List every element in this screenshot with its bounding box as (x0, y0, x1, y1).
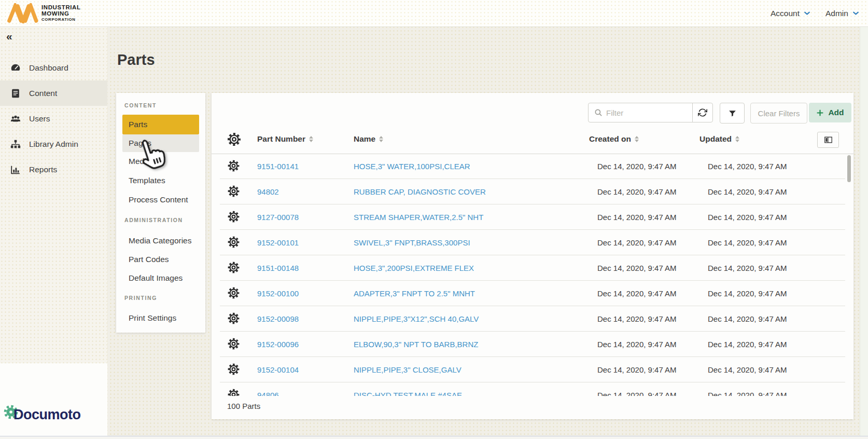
part-number-link[interactable]: 9152-00096 (257, 332, 299, 356)
column-header-name[interactable]: Name (354, 125, 383, 154)
sidebar-item-dashboard[interactable]: Dashboard (0, 55, 107, 80)
submenu-item-process-content[interactable]: Process Content (122, 190, 199, 209)
created-on-value: Dec 14, 2020, 9:47 AM (597, 281, 677, 306)
columns-icon (824, 136, 833, 144)
table-row: 9152-00096 ELBOW,90,3" NPT TO BARB,BRNZ … (220, 332, 845, 357)
top-bar: INDUSTRIAL MOWING CORPORATION Account Ad… (0, 0, 868, 27)
updated-value: Dec 14, 2020, 9:47 AM (708, 357, 787, 382)
part-name-link[interactable]: NIPPLE,PIPE,3" CLOSE,GALV (354, 357, 461, 382)
part-number-link[interactable]: 94806 (257, 382, 279, 396)
row-gear-button[interactable] (227, 362, 241, 376)
table-row: 94802 RUBBER CAP, DIAGNOSTIC COVER Dec 1… (220, 179, 845, 204)
chevron-down-icon (852, 9, 860, 17)
updated-value: Dec 14, 2020, 9:47 AM (708, 255, 787, 280)
updated-value: Dec 14, 2020, 9:47 AM (708, 332, 787, 356)
part-number-link[interactable]: 9151-00141 (257, 154, 299, 179)
browser-horizontal-scrollbar[interactable] (0, 436, 868, 439)
table-row: 9151-00141 HOSE,3" WATER,100PSI,CLEAR De… (220, 154, 845, 179)
users-icon (10, 113, 21, 125)
created-on-value: Dec 14, 2020, 9:47 AM (597, 179, 677, 204)
submenu-item-parts[interactable]: Parts (122, 115, 199, 134)
created-on-value: Dec 14, 2020, 9:47 AM (597, 230, 677, 255)
sort-icon (735, 136, 739, 142)
submenu-item-default-images[interactable]: Default Images (122, 269, 199, 287)
part-name-link[interactable]: SWIVEL,3" FNPT,BRASS,300PSI (354, 230, 470, 255)
part-name-link[interactable]: DISC-HYD TEST,MALE,#4SAE (354, 382, 462, 396)
sidebar-item-label: Library Admin (29, 140, 78, 149)
filter-group (588, 103, 713, 122)
part-name-link[interactable]: ADAPTER,3" FNPT TO 2.5" MNHT (354, 281, 475, 306)
row-gear-button[interactable] (227, 388, 241, 396)
part-name-link[interactable]: RUBBER CAP, DIAGNOSTIC COVER (354, 179, 486, 204)
submenu-item-templates[interactable]: Templates (122, 171, 199, 190)
table-scrollbar-thumb[interactable] (847, 155, 851, 182)
row-gear-button[interactable] (227, 235, 241, 249)
account-menu-label: Account (771, 9, 800, 18)
part-name-link[interactable]: HOSE,3" WATER,100PSI,CLEAR (354, 154, 470, 179)
table-footer: 100 Parts (212, 396, 853, 419)
row-count: 100 Parts (227, 402, 260, 410)
submenu-item-part-codes[interactable]: Part Codes (122, 250, 199, 269)
sidebar-item-content[interactable]: Content (0, 80, 107, 106)
add-button-label: Add (828, 108, 844, 117)
part-number-link[interactable]: 9152-00101 (257, 230, 299, 255)
part-number-link[interactable]: 94802 (257, 179, 279, 204)
table-header-row: Part Number Name Created on Updated (212, 125, 853, 154)
column-header-updated[interactable]: Updated (699, 125, 739, 154)
submenu-item-pages[interactable]: Pages (122, 134, 199, 152)
part-number-link[interactable]: 9151-00148 (257, 255, 299, 280)
part-name-link[interactable]: NIPPLE,PIPE,3"X12",SCH 40,GALV (354, 306, 479, 331)
refresh-button[interactable] (692, 103, 712, 122)
updated-value: Dec 14, 2020, 9:47 AM (708, 154, 787, 179)
add-button[interactable]: Add (809, 103, 851, 122)
column-picker-button[interactable] (817, 132, 839, 148)
part-number-link[interactable]: 9152-00104 (257, 357, 299, 382)
content-book-icon (10, 88, 21, 99)
column-header-created-on[interactable]: Created on (589, 125, 639, 154)
part-name-link[interactable]: ELBOW,90,3" NPT TO BARB,BRNZ (354, 332, 478, 356)
row-gear-button[interactable] (227, 159, 241, 173)
column-header-part-number[interactable]: Part Number (257, 125, 313, 154)
part-number-link[interactable]: 9127-00078 (257, 204, 299, 229)
plus-icon (816, 109, 824, 117)
account-menu[interactable]: Account (771, 0, 811, 26)
search-icon (594, 108, 603, 117)
submenu-item-print-settings[interactable]: Print Settings (122, 308, 199, 328)
created-on-value: Dec 14, 2020, 9:47 AM (597, 332, 677, 356)
created-on-value: Dec 14, 2020, 9:47 AM (597, 255, 677, 280)
updated-value: Dec 14, 2020, 9:47 AM (708, 382, 787, 396)
sidebar-collapse-button[interactable]: « (6, 30, 12, 43)
admin-menu[interactable]: Admin (825, 0, 860, 26)
row-gear-button[interactable] (227, 286, 241, 300)
part-name-link[interactable]: STREAM SHAPER,WATER,2.5" NHT (354, 204, 483, 229)
updated-value: Dec 14, 2020, 9:47 AM (708, 230, 787, 255)
sidebar-item-library-admin[interactable]: Library Admin (0, 131, 107, 157)
part-number-link[interactable]: 9152-00100 (257, 281, 299, 306)
submenu-section-printing: PRINTING (116, 287, 205, 308)
row-gear-button[interactable] (227, 337, 241, 351)
created-on-value: Dec 14, 2020, 9:47 AM (597, 204, 677, 229)
table-row: 9152-00101 SWIVEL,3" FNPT,BRASS,300PSI D… (220, 230, 845, 255)
table-row: 9152-00104 NIPPLE,PIPE,3" CLOSE,GALV Dec… (220, 357, 845, 382)
table-row: 9127-00078 STREAM SHAPER,WATER,2.5" NHT … (220, 204, 845, 230)
table-row: 94806 DISC-HYD TEST,MALE,#4SAE Dec 14, 2… (220, 382, 845, 396)
sidebar-item-users[interactable]: Users (0, 106, 107, 131)
sidebar-item-label: Dashboard (29, 63, 68, 73)
filter-input[interactable] (603, 108, 692, 117)
row-gear-button[interactable] (227, 260, 241, 275)
submenu-item-media-categories[interactable]: Media Categories (122, 231, 199, 250)
part-name-link[interactable]: HOSE,3",200PSI,EXTREME FLEX (354, 255, 474, 280)
table-row: 9152-00098 NIPPLE,PIPE,3"X12",SCH 40,GAL… (220, 306, 845, 332)
row-gear-button[interactable] (227, 184, 241, 198)
row-gear-button[interactable] (227, 210, 241, 224)
sidebar-item-reports[interactable]: Reports (0, 157, 107, 182)
updated-value: Dec 14, 2020, 9:47 AM (708, 306, 787, 331)
submenu-item-media[interactable]: Media (122, 152, 199, 171)
gear-icon (226, 131, 242, 147)
sidebar-nav: Dashboard Content Users (0, 55, 107, 182)
filter-options-button[interactable] (720, 103, 745, 124)
part-number-link[interactable]: 9152-00098 (257, 306, 299, 331)
clear-filters-button[interactable]: Clear Filters (750, 103, 807, 124)
browser-vertical-scrollbar[interactable] (860, 27, 868, 439)
row-gear-button[interactable] (227, 311, 241, 325)
